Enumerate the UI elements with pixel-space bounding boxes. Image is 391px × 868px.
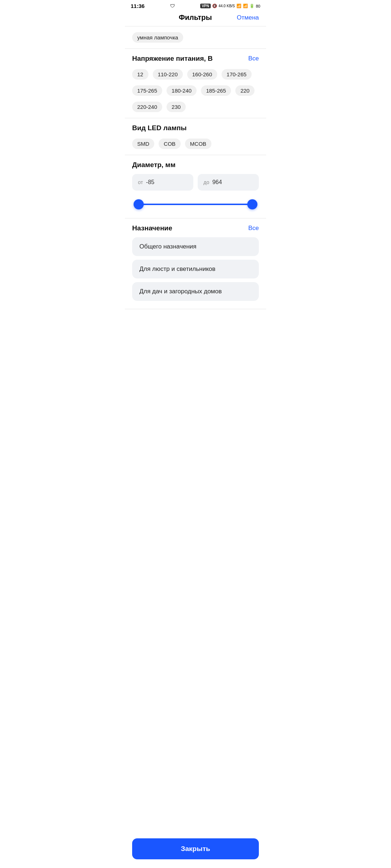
top-chip-smart-lamp[interactable]: умная лампочка <box>132 32 183 43</box>
diameter-section: Диаметр, мм от -85 до 964 <box>125 155 266 218</box>
led-type-title: Вид LED лампы <box>132 124 186 132</box>
slider-thumb-right[interactable] <box>247 199 257 209</box>
chip-12[interactable]: 12 <box>132 69 148 80</box>
led-type-header: Вид LED лампы <box>132 124 259 132</box>
purpose-item-general[interactable]: Общего назначения <box>132 237 259 256</box>
range-from-label: от <box>138 179 143 185</box>
diameter-title: Диаметр, мм <box>132 161 176 169</box>
status-icons: VPN 🔇 44.0 KB/S 📶 📶 🔋 80 <box>200 4 260 8</box>
top-chips-section: умная лампочка <box>125 26 266 49</box>
close-button[interactable]: Закрыть <box>132 838 259 859</box>
chip-cob[interactable]: COB <box>159 139 181 149</box>
wifi-icon: 📶 <box>236 4 241 8</box>
purpose-section: Назначение Все Общего назначения Для люс… <box>125 218 266 309</box>
speed-label: 44.0 KB/S <box>219 4 235 8</box>
status-time: 11:36 <box>131 3 144 9</box>
chip-160-260[interactable]: 160-260 <box>187 69 217 80</box>
range-inputs: от -85 до 964 <box>132 174 259 191</box>
diameter-header: Диаметр, мм <box>132 161 259 169</box>
purpose-all-button[interactable]: Все <box>248 225 259 232</box>
range-to-field[interactable]: до 964 <box>198 174 259 191</box>
close-button-wrap: Закрыть <box>125 834 266 868</box>
range-from-field[interactable]: от -85 <box>132 174 193 191</box>
page-title: Фильтры <box>154 13 237 22</box>
header: Фильтры Отмена <box>125 10 266 26</box>
chip-mcob[interactable]: MCOB <box>185 139 211 149</box>
chip-230[interactable]: 230 <box>167 102 186 112</box>
chip-220[interactable]: 220 <box>235 85 255 96</box>
range-from-value: -85 <box>146 179 154 185</box>
chip-170-265[interactable]: 170-265 <box>222 69 252 80</box>
chip-175-265[interactable]: 175-265 <box>132 85 162 96</box>
purpose-item-dacha[interactable]: Для дач и загородных домов <box>132 282 259 301</box>
mute-icon: 🔇 <box>212 4 217 8</box>
purpose-item-chandelier[interactable]: Для люстр и светильников <box>132 260 259 278</box>
vpn-badge: VPN <box>200 4 211 8</box>
range-to-value: 964 <box>212 179 222 185</box>
slider-thumb-left[interactable] <box>134 199 144 209</box>
diameter-slider[interactable] <box>134 198 257 211</box>
voltage-title: Напряжение питания, В <box>132 55 213 63</box>
voltage-all-button[interactable]: Все <box>248 55 259 62</box>
signal-icon: 📶 <box>243 4 248 8</box>
chip-180-240[interactable]: 180-240 <box>167 85 197 96</box>
voltage-section: Напряжение питания, В Все 12 110-220 160… <box>125 49 266 118</box>
led-type-chips: SMD COB MCOB <box>132 137 259 150</box>
chip-185-265[interactable]: 185-265 <box>201 85 231 96</box>
range-to-label: до <box>203 179 209 185</box>
chip-110-220[interactable]: 110-220 <box>153 69 183 80</box>
voltage-header: Напряжение питания, В Все <box>132 55 259 63</box>
purpose-header: Назначение Все <box>132 224 259 232</box>
slider-fill <box>134 204 257 205</box>
status-bar: 11:36 🛡 VPN 🔇 44.0 KB/S 📶 📶 🔋 80 <box>125 0 266 10</box>
status-icon-shield: 🛡 <box>170 3 175 9</box>
battery-level: 80 <box>256 4 260 8</box>
cancel-button[interactable]: Отмена <box>237 14 259 21</box>
led-type-section: Вид LED лампы SMD COB MCOB <box>125 118 266 155</box>
chip-smd[interactable]: SMD <box>132 139 154 149</box>
voltage-chips: 12 110-220 160-260 170-265 175-265 180-2… <box>132 68 259 114</box>
chip-220-240[interactable]: 220-240 <box>132 102 162 112</box>
battery-icon: 🔋 <box>249 4 255 8</box>
purpose-title: Назначение <box>132 224 172 232</box>
